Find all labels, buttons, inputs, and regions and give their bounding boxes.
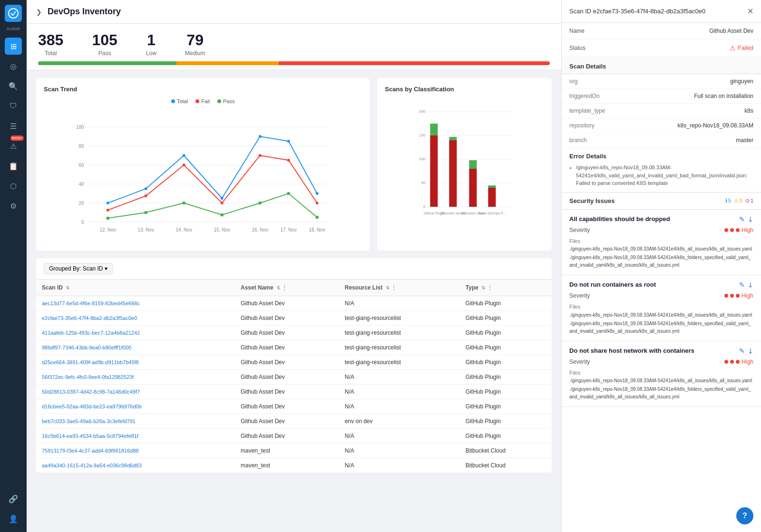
svg-text:80: 80	[79, 144, 85, 149]
sidebar-icon-shield[interactable]: ◎	[5, 58, 22, 75]
stat-total-label: Total	[38, 50, 63, 57]
cell-resource-list: N/A	[339, 429, 460, 444]
help-button[interactable]: ?	[736, 507, 753, 524]
cell-type: GitHub Plugin	[460, 296, 552, 311]
sidebar-icon-graph[interactable]: ⬡	[5, 177, 22, 194]
scan-id-link[interactable]: aec13d77-6e5d-4f6e-8159-82bed45e666c	[42, 300, 140, 306]
back-chevron[interactable]: ❯	[36, 8, 42, 16]
cell-resource-list: N/A	[339, 370, 460, 385]
main-content: ❯ DevOps Inventory 385 Total 105 Pass 1 …	[27, 0, 561, 532]
table-row: 411aafeb-125b-493c-bec7-12a4b8a21242 Git…	[36, 326, 552, 340]
svg-rect-35	[145, 211, 147, 214]
svg-rect-57	[488, 188, 496, 207]
svg-text:16. Nov: 16. Nov	[252, 227, 268, 232]
app-logo[interactable]	[5, 5, 22, 22]
svg-point-28	[145, 194, 147, 197]
files-label: Files	[569, 304, 580, 310]
svg-point-33	[316, 202, 319, 204]
issue-export-icon[interactable]: ⤓	[748, 347, 753, 355]
cell-asset-name: Github Asset Dev	[235, 429, 339, 444]
cell-type: GitHub Plugin	[460, 326, 552, 340]
col-resource-filter-icon[interactable]: ⋮	[391, 284, 397, 291]
sidebar-icon-security[interactable]: 🛡	[5, 97, 22, 115]
cell-scan-id: e2cfae73-35e6-47f4-8ba2-db2a3f5ac0e0	[36, 311, 235, 326]
sort-type-icon[interactable]: ⇅	[481, 285, 485, 290]
table-row: 56f372ec-9efc-4fc0-9ee4-0fa12982523f Git…	[36, 370, 552, 385]
severity-dot-1	[724, 360, 728, 364]
sort-asset-name-icon[interactable]: ⇅	[276, 285, 280, 290]
status-value: ⚠ Failed	[730, 44, 753, 52]
col-asset-name: Asset Name ⇅ ⋮	[235, 280, 339, 296]
svg-rect-37	[221, 213, 224, 216]
svg-text:100: 100	[76, 125, 84, 130]
severity-dot-3	[736, 228, 740, 232]
severity-text: High	[741, 227, 753, 233]
panel-close-button[interactable]: ✕	[747, 7, 753, 16]
sidebar-icon-settings[interactable]: ⚙	[5, 197, 22, 214]
sidebar-icon-connect[interactable]: 🔗	[5, 490, 22, 507]
issue-card: All capabilities should be dropped ✎ ⤓ S…	[562, 210, 761, 276]
scan-trend-chart: 0 20 40 60 80 100 12. Nov 13. Nov 14. No…	[44, 108, 362, 241]
scan-id-link[interactable]: 56f372ec-9efc-4fc0-9ee4-0fa12982523f	[42, 374, 134, 380]
col-type-filter-icon[interactable]: ⋮	[487, 284, 493, 291]
scan-id-link[interactable]: beb7c033-3ae5-49a6-b26a-3c3efefd791	[42, 418, 136, 424]
scan-detail-value: ginguyen	[730, 78, 753, 85]
scan-detail-key: branch	[569, 137, 587, 144]
sidebar-icon-alerts[interactable]: ⚠ 9999+	[5, 137, 22, 155]
cell-asset-name: maven_test	[235, 458, 339, 473]
sidebar: CLOUD ⊞ ◎ 🔍 🛡 ☰ ⚠ 9999+ 📋 ⬡ ⚙ 🔗 👤	[0, 0, 27, 532]
issue-export-icon[interactable]: ⤓	[748, 281, 753, 289]
stat-medium-label: Medium	[185, 50, 205, 57]
sidebar-icon-reports[interactable]: 📋	[5, 157, 22, 174]
file-path-1: ./ginguyen-k8s_repo-Nov18_09.08.33AM-542…	[569, 377, 753, 385]
cell-type: Bitbucket Cloud	[460, 458, 552, 473]
cell-scan-id: 411aafeb-125b-493c-bec7-12a4b8a21242	[36, 326, 235, 340]
cell-scan-id: d25ce664-3891-409f-ad9b-d911bb7b45f8	[36, 355, 235, 370]
issue-edit-icon[interactable]: ✎	[739, 347, 745, 355]
issue-actions: ✎ ⤓	[739, 347, 753, 355]
critical-count: 1	[751, 198, 753, 203]
svg-text:50: 50	[421, 181, 426, 185]
critical-icon: ⊙	[745, 198, 750, 204]
panel-scan-id: Scan ID e2cfae73-35e6-47f4-8ba2-db2a3f5a…	[569, 8, 705, 15]
sidebar-icon-home[interactable]: ⊞	[5, 38, 22, 55]
issue-title: All capabilities should be dropped	[569, 215, 739, 222]
panel-header: Scan ID e2cfae73-35e6-47f4-8ba2-db2a3f5a…	[562, 0, 761, 23]
issue-card: Do not run containers as root ✎ ⤓ Severi…	[562, 275, 761, 341]
scan-id-link[interactable]: 50d28813-0397-4d42-8c98-7a146d0c49f7	[42, 389, 140, 395]
scan-id-link[interactable]: d16cbee5-02aa-483d-be23-ea979b976d0b	[42, 404, 142, 409]
svg-rect-34	[107, 217, 109, 220]
cell-resource-list: N/A	[339, 458, 460, 473]
sort-scan-id-icon[interactable]: ⇅	[66, 285, 69, 290]
svg-point-31	[259, 154, 262, 157]
sort-resource-icon[interactable]: ⇅	[386, 285, 390, 290]
scan-id-link[interactable]: e2cfae73-35e6-47f4-8ba2-db2a3f5ac0e0	[42, 315, 137, 321]
sidebar-icon-search[interactable]: 🔍	[5, 77, 22, 95]
dropdown-chevron-icon: ▾	[105, 265, 107, 272]
issue-actions: ✎ ⤓	[739, 281, 753, 289]
issue-edit-icon[interactable]: ✎	[739, 215, 745, 223]
alert-badge: 9999+	[10, 135, 24, 141]
scan-id-link[interactable]: d25ce664-3891-409f-ad9b-d911bb7b45f8	[42, 359, 139, 365]
scan-id-link[interactable]: 411aafeb-125b-493c-bec7-12a4b8a21242	[42, 330, 140, 336]
scan-id-link[interactable]: 98faff97-7346-43bb-9ea0-b80efff1f000	[42, 345, 131, 350]
scan-detail-key: triggeredOn	[569, 93, 599, 99]
scan-id-link[interactable]: 75913179-f3e4-4c37-add4-69f961816d88	[42, 448, 139, 454]
cell-asset-name: Github Asset Dev	[235, 340, 339, 355]
cell-type: GitHub Plugin	[460, 414, 552, 429]
issue-edit-icon[interactable]: ✎	[739, 281, 745, 289]
cell-resource-list: env on dev	[339, 414, 460, 429]
scan-id-link[interactable]: aa49a340-1615-412a-9a54-e036c98d6d83	[42, 463, 142, 468]
group-by-button[interactable]: Grouped By: Scan ID ▾	[44, 263, 113, 274]
issue-actions: ✎ ⤓	[739, 215, 753, 223]
scan-id-link[interactable]: 16c5b614-ea93-4534-b5aa-5c8794efe81f	[42, 433, 138, 439]
issue-export-icon[interactable]: ⤓	[748, 215, 753, 223]
severity-dot-2	[730, 360, 734, 364]
severity-text: High	[741, 292, 753, 299]
severity-indicator: High	[724, 227, 753, 233]
stat-low-label: Low	[146, 50, 156, 57]
sidebar-icon-list[interactable]: ☰	[5, 117, 22, 135]
severity-dot-2	[730, 228, 734, 232]
col-asset-filter-icon[interactable]: ⋮	[282, 284, 287, 291]
sidebar-icon-user[interactable]: 👤	[5, 510, 22, 527]
